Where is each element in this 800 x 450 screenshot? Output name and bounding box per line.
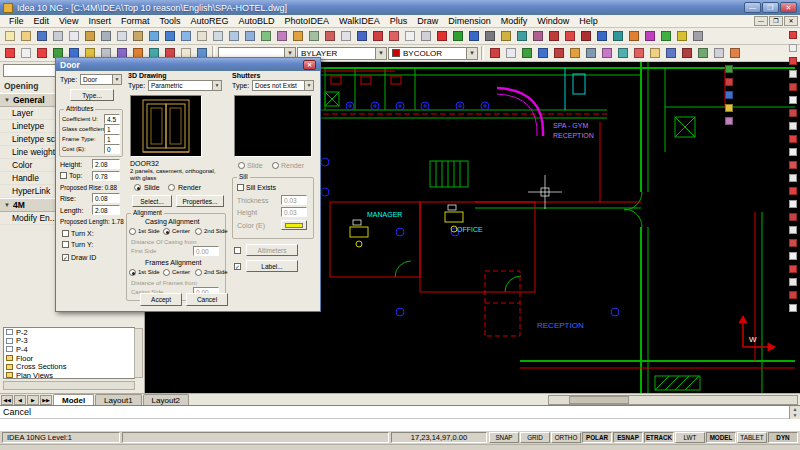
toolbar-icon[interactable] xyxy=(66,29,81,43)
rise-field[interactable]: 0.08 xyxy=(92,193,120,203)
toolbar-icon[interactable] xyxy=(727,46,742,60)
render-radio[interactable] xyxy=(168,184,175,191)
status-toggle-ortho[interactable]: ORTHO xyxy=(551,432,581,443)
toolbar-icon[interactable] xyxy=(258,29,273,43)
tree-scrollbar[interactable] xyxy=(134,328,143,378)
menu-tools[interactable]: Tools xyxy=(154,15,185,28)
toolbar-icon[interactable] xyxy=(787,250,798,261)
toolbar-icon[interactable] xyxy=(482,29,497,43)
attribute-value-field[interactable]: 0 xyxy=(104,144,120,154)
toolbar-icon[interactable] xyxy=(787,107,798,118)
toolbar-icon[interactable] xyxy=(434,29,449,43)
toolbar-icon[interactable] xyxy=(787,81,798,92)
toolbar-icon[interactable] xyxy=(162,29,177,43)
toolbar-icon[interactable] xyxy=(2,46,17,60)
toolbar-icon[interactable] xyxy=(519,46,534,60)
toolbar-icon[interactable] xyxy=(498,29,513,43)
toolbar-icon[interactable] xyxy=(723,102,734,113)
status-toggle-lwt[interactable]: LWT xyxy=(675,432,705,443)
top-field[interactable]: 0.78 xyxy=(92,171,120,181)
menu-format[interactable]: Format xyxy=(116,15,155,28)
attribute-value-field[interactable]: 4.5 xyxy=(104,114,120,124)
altimeters-checkbox[interactable] xyxy=(234,247,241,254)
menu-help[interactable]: Help xyxy=(574,15,603,28)
cancel-button[interactable]: Cancel xyxy=(186,293,228,306)
menu-edit[interactable]: Edit xyxy=(29,15,55,28)
toolbar-icon[interactable] xyxy=(34,29,49,43)
toolbar-icon[interactable] xyxy=(130,29,145,43)
tree-item-p-3[interactable]: P-3 xyxy=(4,337,134,346)
label-button[interactable]: Label... xyxy=(246,260,298,272)
toolbar-icon[interactable] xyxy=(642,29,657,43)
toolbar-icon[interactable] xyxy=(723,63,734,74)
casing-center-radio[interactable] xyxy=(163,228,170,235)
draw-id-checkbox[interactable] xyxy=(62,254,69,261)
menu-autoreg[interactable]: AutoREG xyxy=(185,15,233,28)
status-toggle-tablet[interactable]: TABLET xyxy=(737,432,767,443)
toolbar-icon[interactable] xyxy=(98,29,113,43)
frames-1st-radio[interactable] xyxy=(129,269,136,276)
toolbar-icon[interactable] xyxy=(787,94,798,105)
length-field[interactable]: 2.08 xyxy=(92,205,120,215)
sill-thickness-field[interactable]: 0.03 xyxy=(281,195,307,205)
toolbar-icon[interactable] xyxy=(194,29,209,43)
toolbar-icon[interactable] xyxy=(178,29,193,43)
toolbar-icon[interactable] xyxy=(530,29,545,43)
status-toggle-dyn[interactable]: DYN xyxy=(768,432,798,443)
toolbar-icon[interactable] xyxy=(567,46,582,60)
scrollbar-thumb[interactable] xyxy=(569,396,629,404)
toolbar-icon[interactable] xyxy=(663,46,678,60)
toolbar-icon[interactable] xyxy=(514,29,529,43)
properties-button[interactable]: Properties... xyxy=(176,195,224,207)
toolbar-icon[interactable] xyxy=(787,185,798,196)
toolbar-icon[interactable] xyxy=(535,46,550,60)
toolbar-icon[interactable] xyxy=(723,89,734,100)
toolbar-icon[interactable] xyxy=(787,224,798,235)
toolbar-icon[interactable] xyxy=(787,276,798,287)
toolbar-icon[interactable] xyxy=(354,29,369,43)
menu-window[interactable]: Window xyxy=(532,15,574,28)
frames-2nd-radio[interactable] xyxy=(195,269,202,276)
toolbar-icon[interactable] xyxy=(226,29,241,43)
toolbar-icon[interactable] xyxy=(503,46,518,60)
casing-1st-radio[interactable] xyxy=(129,228,136,235)
toolbar-icon[interactable] xyxy=(674,29,689,43)
toolbar-icon[interactable] xyxy=(487,46,502,60)
toolbar-icon[interactable] xyxy=(306,29,321,43)
label-checkbox[interactable] xyxy=(234,263,241,270)
toolbar-icon[interactable] xyxy=(679,46,694,60)
toolbar-icon[interactable] xyxy=(690,29,705,43)
menu-view[interactable]: View xyxy=(54,15,83,28)
toolbar-icon[interactable] xyxy=(626,29,641,43)
turn-y-checkbox[interactable] xyxy=(62,241,69,248)
status-toggle-grid[interactable]: GRID xyxy=(520,432,550,443)
altimeters-button[interactable]: Altimeters xyxy=(246,244,298,256)
toolbar-icon[interactable] xyxy=(50,29,65,43)
toolbar-icon[interactable] xyxy=(787,237,798,248)
menu-insert[interactable]: Insert xyxy=(83,15,116,28)
status-toggle-model[interactable]: MODEL xyxy=(706,432,736,443)
sill-height-field[interactable]: 0.03 xyxy=(281,207,307,217)
command-input[interactable] xyxy=(0,419,800,430)
status-toggle-esnap[interactable]: ESNAP xyxy=(613,432,643,443)
toolbar-icon[interactable] xyxy=(82,29,97,43)
menu-modify[interactable]: Modify xyxy=(496,15,533,28)
close-button[interactable]: ✕ xyxy=(780,2,797,13)
horizontal-scrollbar[interactable] xyxy=(548,395,798,405)
doc-restore-button[interactable]: ❐ xyxy=(769,16,783,26)
menu-draw[interactable]: Draw xyxy=(412,15,443,28)
door-type-dropdown[interactable]: Door▼ xyxy=(80,74,122,85)
menu-autobld[interactable]: AutoBLD xyxy=(233,15,279,28)
titlebar[interactable]: Idea 10 NG - [C:\4M\IDEA\Top 10 reason\E… xyxy=(0,0,800,15)
toolbar-icon[interactable] xyxy=(2,29,17,43)
menu-photoidea[interactable]: PhotoIDEA xyxy=(280,15,335,28)
doc-minimize-button[interactable]: — xyxy=(754,16,768,26)
toolbar-icon[interactable] xyxy=(695,46,710,60)
shutters-render-radio[interactable] xyxy=(272,162,279,169)
toolbar-icon[interactable] xyxy=(787,146,798,157)
toolbar-icon[interactable] xyxy=(631,46,646,60)
tree-item-p-2[interactable]: P-2 xyxy=(4,328,134,337)
toolbar-icon[interactable] xyxy=(723,115,734,126)
menu-walkidea[interactable]: WalkIDEA xyxy=(334,15,385,28)
tab-prev-button[interactable]: ◀ xyxy=(14,395,26,405)
